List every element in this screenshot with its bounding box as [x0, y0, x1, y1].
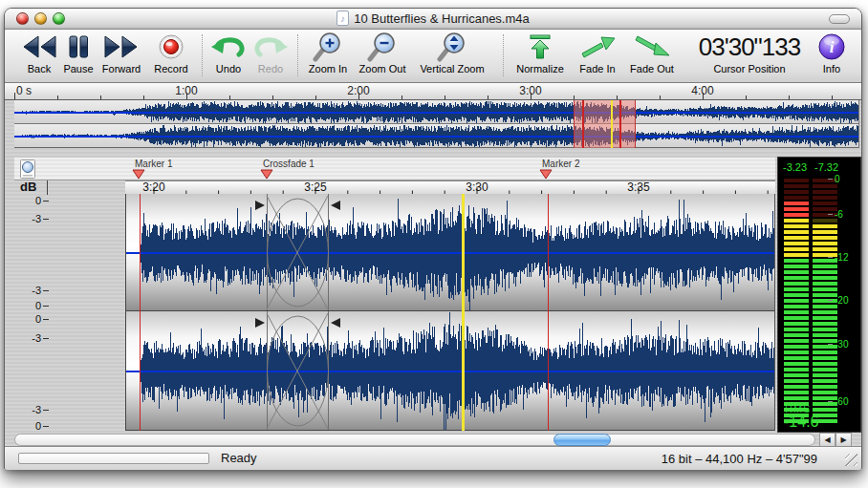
- info-button[interactable]: i Info: [814, 32, 850, 81]
- meter-led-segment: [784, 236, 809, 240]
- meter-scale-label: -60: [835, 396, 848, 407]
- window-title-text: 10 Butterflies & Hurricanes.m4a: [354, 11, 530, 26]
- meter-led-segment: [784, 179, 809, 182]
- crossfade-overlay[interactable]: [126, 311, 775, 431]
- meter-scale-tick: [828, 179, 833, 180]
- meter-led-segment: [784, 396, 809, 400]
- db-axis-tick: [43, 306, 49, 307]
- playback-cursor-line: [462, 194, 465, 431]
- cursor-position-display: 03'30"133 Cursor Position: [680, 32, 819, 81]
- overview-marker-line: [619, 100, 621, 148]
- meter-led-segment: [784, 202, 809, 205]
- cursor-position-label: Cursor Position: [680, 63, 819, 74]
- meter-led-segment: [784, 368, 809, 371]
- undo-button[interactable]: Undo: [207, 32, 250, 81]
- resize-grip[interactable]: [845, 454, 857, 466]
- meter-led-segment: [813, 265, 837, 268]
- waveform-channel-right[interactable]: [125, 311, 775, 431]
- meter-led-segment: [784, 305, 809, 308]
- record-icon: [146, 32, 196, 62]
- scroll-right-arrow[interactable]: ▶: [835, 433, 852, 447]
- pause-button[interactable]: Pause: [60, 32, 97, 81]
- title-bar[interactable]: ♪10 Butterflies & Hurricanes.m4a: [5, 9, 861, 30]
- track-file-icon[interactable]: [20, 159, 35, 179]
- back-icon: [18, 32, 60, 62]
- overview-wave-left: [14, 100, 859, 124]
- peak-value-right: -7.32: [814, 161, 838, 173]
- svg-text:♪: ♪: [340, 13, 345, 24]
- meter-led-segment: [813, 247, 837, 251]
- meter-led-segment: [784, 213, 809, 217]
- meter-led-segment: [784, 276, 809, 280]
- normalize-button[interactable]: Normalize: [510, 32, 571, 81]
- horizontal-scrollbar-track[interactable]: [14, 434, 815, 446]
- db-axis-label: -3: [16, 332, 41, 344]
- meter-scale-tick: [828, 401, 833, 402]
- db-axis-label: -3: [16, 404, 41, 415]
- meter-led-segment: [784, 196, 809, 200]
- db-axis-tick: [43, 338, 49, 339]
- db-axis-unit: dB: [20, 180, 36, 194]
- meter-led-segment: [813, 419, 837, 423]
- status-text: Ready: [221, 451, 257, 465]
- meter-led-segment: [813, 184, 837, 188]
- overview-waveform-left[interactable]: [14, 100, 859, 124]
- redo-button[interactable]: Redo: [250, 32, 292, 81]
- meter-led-segment: [784, 270, 809, 274]
- meter-led-segment: [813, 287, 837, 291]
- waveform-channel-left[interactable]: [125, 194, 775, 311]
- marker-triangle[interactable]: [132, 169, 145, 180]
- meter-led-segment: [784, 322, 809, 326]
- db-axis-tick: [43, 410, 49, 411]
- meter-led-segment: [784, 316, 809, 320]
- db-axis-label: -3: [16, 213, 41, 224]
- meter-led-segment: [784, 391, 809, 394]
- zoom-in-button[interactable]: Zoom In: [303, 32, 353, 81]
- meter-scale-label: -12: [835, 252, 848, 263]
- overview-waveform-right[interactable]: [14, 124, 859, 148]
- db-axis-tick: [43, 219, 49, 220]
- back-button[interactable]: Back: [18, 32, 60, 81]
- meter-led-segment: [784, 299, 809, 303]
- db-axis-tick: [43, 319, 49, 320]
- meter-led-segment: [784, 310, 809, 314]
- crossfade-overlay[interactable]: [126, 194, 775, 311]
- zoom-out-button[interactable]: Zoom Out: [355, 32, 410, 81]
- meter-led-segment: [813, 202, 837, 205]
- info-icon: i: [814, 32, 850, 62]
- meter-led-segment: [784, 219, 809, 223]
- vertical-zoom-icon: [410, 32, 494, 62]
- horizontal-scrollbar-thumb[interactable]: [553, 434, 611, 446]
- meter-led-segment: [784, 282, 809, 286]
- redo-icon: [250, 32, 292, 62]
- meter-led-segment: [813, 196, 837, 200]
- meter-led-segment: [784, 414, 809, 417]
- scroll-left-arrow[interactable]: ◀: [819, 433, 835, 447]
- meter-scale-label: -30: [835, 339, 848, 350]
- toolbar-toggle-button[interactable]: [829, 14, 850, 24]
- meter-scale-tick: [828, 300, 833, 301]
- meter-scale-tick: [828, 257, 833, 258]
- meter-led-segment: [784, 242, 809, 245]
- meter-led-segment: [813, 310, 837, 314]
- meter-led-segment: [784, 224, 809, 228]
- fade-in-button[interactable]: Fade In: [573, 32, 622, 81]
- overview-wave-right: [14, 124, 859, 148]
- meter-led-segment: [784, 259, 809, 263]
- progress-bar: [18, 453, 209, 464]
- zoom-out-icon: [355, 32, 410, 62]
- record-button[interactable]: Record: [146, 32, 196, 81]
- forward-icon: [97, 32, 146, 62]
- meter-led-segment: [813, 350, 837, 354]
- overview-ruler[interactable]: [5, 83, 861, 100]
- meter-led-segment: [784, 345, 809, 349]
- marker-bar[interactable]: [14, 158, 775, 180]
- vertical-zoom-button[interactable]: Vertical Zoom: [410, 32, 494, 81]
- marker-triangle[interactable]: [539, 169, 553, 180]
- marker-triangle[interactable]: [260, 169, 273, 180]
- fade-out-icon: [624, 32, 680, 62]
- main-time-ruler[interactable]: [125, 180, 775, 194]
- meter-led-segment: [784, 356, 809, 360]
- fade-out-button[interactable]: Fade Out: [624, 32, 680, 81]
- forward-button[interactable]: Forward: [97, 32, 146, 81]
